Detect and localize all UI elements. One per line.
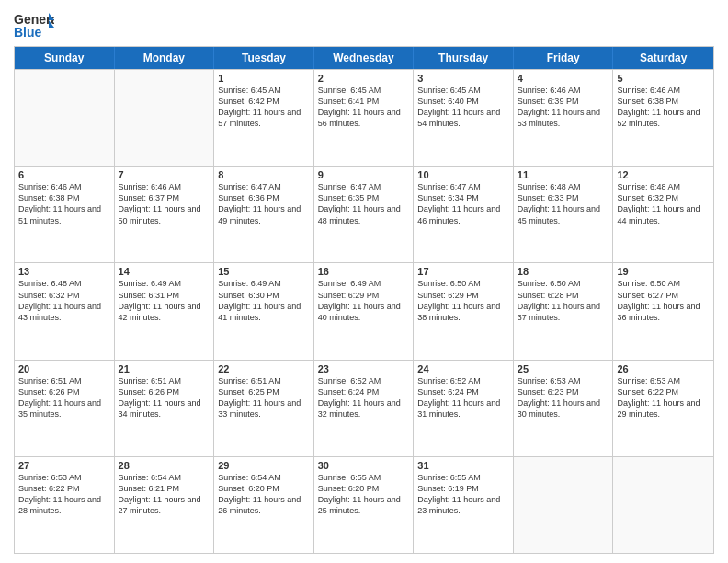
day-cell-13: 13Sunrise: 6:48 AM Sunset: 6:32 PM Dayli… bbox=[15, 263, 115, 359]
day-cell-27: 27Sunrise: 6:53 AM Sunset: 6:22 PM Dayli… bbox=[15, 457, 115, 553]
day-number: 6 bbox=[18, 169, 110, 180]
day-info: Sunrise: 6:48 AM Sunset: 6:32 PM Dayligh… bbox=[18, 278, 110, 323]
day-cell-16: 16Sunrise: 6:49 AM Sunset: 6:29 PM Dayli… bbox=[314, 263, 415, 359]
day-number: 19 bbox=[617, 266, 710, 277]
calendar: SundayMondayTuesdayWednesdayThursdayFrid… bbox=[14, 46, 714, 554]
day-cell-4: 4Sunrise: 6:46 AM Sunset: 6:39 PM Daylig… bbox=[514, 70, 614, 166]
day-number: 9 bbox=[318, 169, 410, 180]
page: General Blue SundayMondayTuesdayWednesda… bbox=[0, 0, 728, 563]
day-number: 21 bbox=[119, 363, 210, 374]
day-cell-25: 25Sunrise: 6:53 AM Sunset: 6:23 PM Dayli… bbox=[514, 361, 614, 456]
logo: General Blue bbox=[14, 9, 54, 42]
day-cell-14: 14Sunrise: 6:49 AM Sunset: 6:31 PM Dayli… bbox=[115, 263, 215, 359]
day-info: Sunrise: 6:50 AM Sunset: 6:28 PM Dayligh… bbox=[518, 278, 609, 323]
day-info: Sunrise: 6:53 AM Sunset: 6:23 PM Dayligh… bbox=[518, 375, 609, 420]
day-cell-21: 21Sunrise: 6:51 AM Sunset: 6:26 PM Dayli… bbox=[115, 361, 215, 456]
day-cell-26: 26Sunrise: 6:53 AM Sunset: 6:22 PM Dayli… bbox=[613, 361, 713, 456]
day-info: Sunrise: 6:52 AM Sunset: 6:24 PM Dayligh… bbox=[417, 375, 509, 420]
calendar-body: 1Sunrise: 6:45 AM Sunset: 6:42 PM Daylig… bbox=[15, 69, 713, 553]
calendar-row-2: 6Sunrise: 6:46 AM Sunset: 6:38 PM Daylig… bbox=[15, 166, 713, 262]
day-info: Sunrise: 6:51 AM Sunset: 6:26 PM Dayligh… bbox=[119, 375, 210, 420]
day-info: Sunrise: 6:54 AM Sunset: 6:20 PM Dayligh… bbox=[218, 472, 310, 517]
day-number: 16 bbox=[318, 266, 410, 277]
day-info: Sunrise: 6:55 AM Sunset: 6:20 PM Dayligh… bbox=[318, 472, 410, 517]
day-number: 10 bbox=[417, 169, 509, 180]
empty-cell bbox=[115, 70, 215, 166]
day-cell-28: 28Sunrise: 6:54 AM Sunset: 6:21 PM Dayli… bbox=[115, 457, 215, 553]
day-cell-12: 12Sunrise: 6:48 AM Sunset: 6:32 PM Dayli… bbox=[613, 167, 713, 262]
day-cell-3: 3Sunrise: 6:45 AM Sunset: 6:40 PM Daylig… bbox=[414, 70, 514, 166]
day-cell-30: 30Sunrise: 6:55 AM Sunset: 6:20 PM Dayli… bbox=[314, 457, 415, 553]
day-info: Sunrise: 6:53 AM Sunset: 6:22 PM Dayligh… bbox=[617, 375, 710, 420]
day-cell-20: 20Sunrise: 6:51 AM Sunset: 6:26 PM Dayli… bbox=[15, 361, 115, 456]
day-info: Sunrise: 6:49 AM Sunset: 6:31 PM Dayligh… bbox=[119, 278, 210, 323]
day-number: 7 bbox=[119, 169, 210, 180]
day-header-sunday: Sunday bbox=[15, 47, 115, 69]
day-cell-22: 22Sunrise: 6:51 AM Sunset: 6:25 PM Dayli… bbox=[214, 361, 314, 456]
calendar-row-4: 20Sunrise: 6:51 AM Sunset: 6:26 PM Dayli… bbox=[15, 360, 713, 456]
day-info: Sunrise: 6:48 AM Sunset: 6:32 PM Dayligh… bbox=[617, 181, 710, 226]
day-cell-23: 23Sunrise: 6:52 AM Sunset: 6:24 PM Dayli… bbox=[314, 361, 415, 456]
day-info: Sunrise: 6:52 AM Sunset: 6:24 PM Dayligh… bbox=[318, 375, 410, 420]
day-number: 22 bbox=[218, 363, 310, 374]
day-number: 27 bbox=[18, 460, 110, 471]
day-cell-24: 24Sunrise: 6:52 AM Sunset: 6:24 PM Dayli… bbox=[414, 361, 514, 456]
day-info: Sunrise: 6:45 AM Sunset: 6:42 PM Dayligh… bbox=[218, 85, 310, 130]
day-number: 17 bbox=[417, 266, 509, 277]
day-info: Sunrise: 6:49 AM Sunset: 6:29 PM Dayligh… bbox=[318, 278, 410, 323]
calendar-row-3: 13Sunrise: 6:48 AM Sunset: 6:32 PM Dayli… bbox=[15, 262, 713, 359]
day-info: Sunrise: 6:46 AM Sunset: 6:38 PM Dayligh… bbox=[18, 181, 110, 226]
day-header-saturday: Saturday bbox=[613, 47, 713, 69]
day-header-wednesday: Wednesday bbox=[314, 47, 415, 69]
day-number: 2 bbox=[318, 73, 410, 84]
empty-cell bbox=[514, 457, 614, 553]
day-number: 1 bbox=[218, 73, 310, 84]
day-number: 12 bbox=[617, 169, 710, 180]
day-number: 18 bbox=[518, 266, 609, 277]
day-cell-6: 6Sunrise: 6:46 AM Sunset: 6:38 PM Daylig… bbox=[15, 167, 115, 262]
calendar-row-1: 1Sunrise: 6:45 AM Sunset: 6:42 PM Daylig… bbox=[15, 69, 713, 166]
empty-cell bbox=[613, 457, 713, 553]
day-info: Sunrise: 6:51 AM Sunset: 6:25 PM Dayligh… bbox=[218, 375, 310, 420]
day-info: Sunrise: 6:45 AM Sunset: 6:41 PM Dayligh… bbox=[318, 85, 410, 130]
day-number: 8 bbox=[218, 169, 310, 180]
day-header-thursday: Thursday bbox=[414, 47, 514, 69]
day-number: 15 bbox=[218, 266, 310, 277]
day-number: 31 bbox=[417, 460, 509, 471]
day-info: Sunrise: 6:49 AM Sunset: 6:30 PM Dayligh… bbox=[218, 278, 310, 323]
day-info: Sunrise: 6:53 AM Sunset: 6:22 PM Dayligh… bbox=[18, 472, 110, 517]
empty-cell bbox=[15, 70, 115, 166]
day-info: Sunrise: 6:47 AM Sunset: 6:36 PM Dayligh… bbox=[218, 181, 310, 226]
day-number: 30 bbox=[318, 460, 410, 471]
day-number: 11 bbox=[518, 169, 609, 180]
logo-icon: General Blue bbox=[14, 9, 54, 42]
day-cell-7: 7Sunrise: 6:46 AM Sunset: 6:37 PM Daylig… bbox=[115, 167, 215, 262]
day-cell-17: 17Sunrise: 6:50 AM Sunset: 6:29 PM Dayli… bbox=[414, 263, 514, 359]
day-cell-10: 10Sunrise: 6:47 AM Sunset: 6:34 PM Dayli… bbox=[414, 167, 514, 262]
day-number: 23 bbox=[318, 363, 410, 374]
day-number: 13 bbox=[18, 266, 110, 277]
day-number: 14 bbox=[119, 266, 210, 277]
day-cell-2: 2Sunrise: 6:45 AM Sunset: 6:41 PM Daylig… bbox=[314, 70, 415, 166]
day-info: Sunrise: 6:46 AM Sunset: 6:39 PM Dayligh… bbox=[518, 85, 609, 130]
day-cell-9: 9Sunrise: 6:47 AM Sunset: 6:35 PM Daylig… bbox=[314, 167, 415, 262]
day-header-friday: Friday bbox=[514, 47, 614, 69]
day-header-tuesday: Tuesday bbox=[214, 47, 314, 69]
day-number: 3 bbox=[417, 73, 509, 84]
calendar-row-5: 27Sunrise: 6:53 AM Sunset: 6:22 PM Dayli… bbox=[15, 456, 713, 553]
day-number: 5 bbox=[617, 73, 710, 84]
day-info: Sunrise: 6:54 AM Sunset: 6:21 PM Dayligh… bbox=[119, 472, 210, 517]
day-info: Sunrise: 6:50 AM Sunset: 6:27 PM Dayligh… bbox=[617, 278, 710, 323]
day-cell-29: 29Sunrise: 6:54 AM Sunset: 6:20 PM Dayli… bbox=[214, 457, 314, 553]
day-number: 24 bbox=[417, 363, 509, 374]
day-number: 26 bbox=[617, 363, 710, 374]
day-number: 29 bbox=[218, 460, 310, 471]
day-cell-11: 11Sunrise: 6:48 AM Sunset: 6:33 PM Dayli… bbox=[514, 167, 614, 262]
day-info: Sunrise: 6:50 AM Sunset: 6:29 PM Dayligh… bbox=[417, 278, 509, 323]
day-number: 4 bbox=[518, 73, 609, 84]
header: General Blue bbox=[14, 9, 714, 42]
day-info: Sunrise: 6:51 AM Sunset: 6:26 PM Dayligh… bbox=[18, 375, 110, 420]
day-cell-15: 15Sunrise: 6:49 AM Sunset: 6:30 PM Dayli… bbox=[214, 263, 314, 359]
day-info: Sunrise: 6:46 AM Sunset: 6:38 PM Dayligh… bbox=[617, 85, 710, 130]
day-header-monday: Monday bbox=[115, 47, 215, 69]
